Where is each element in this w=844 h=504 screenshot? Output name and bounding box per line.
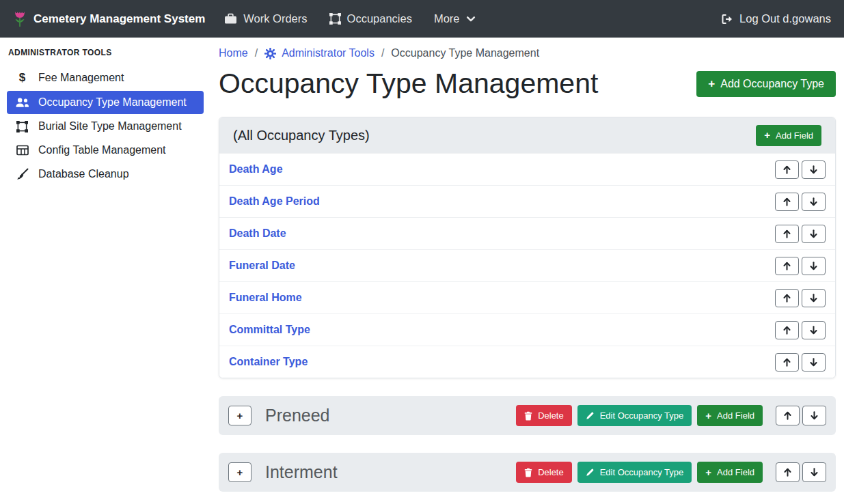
brand-home-link[interactable]: Cemetery Management System [13,11,205,27]
plus-icon: + [705,412,711,419]
toolbox-icon [224,13,237,25]
nav-item-work-orders[interactable]: Work Orders [224,12,307,25]
move-up-button[interactable] [775,257,799,275]
move-up-button[interactable] [775,193,799,211]
add-occupancy-type-button[interactable]: + Add Occupancy Type [696,71,836,97]
nav-item-label: Work Orders [243,12,307,25]
pencil-icon [586,411,595,420]
reorder-controls [775,289,826,307]
add-field-button[interactable]: + Add Field [697,462,763,483]
move-down-button[interactable] [802,353,826,372]
reorder-controls [775,257,826,275]
dollar-icon: $ [15,71,29,85]
arrow-up-icon [783,326,791,335]
delete-button[interactable]: Delete [516,462,572,483]
page-title-row: Occupancy Type Management + Add Occupanc… [219,68,836,100]
arrow-up-icon [783,294,791,303]
broom-icon [15,168,29,180]
field-link-death-date[interactable]: Death Date [229,227,286,240]
arrow-down-icon [810,229,817,238]
vector-square-icon [15,121,29,132]
breadcrumb-separator: / [255,47,258,59]
move-down-button[interactable] [802,462,826,482]
move-up-button[interactable] [775,225,799,243]
move-down-button[interactable] [802,193,826,211]
add-field-button[interactable]: + Add Field [697,405,763,426]
plus-icon: + [705,469,711,476]
field-link-death-age[interactable]: Death Age [229,163,283,176]
all-occupancy-types-card: (All Occupancy Types) + Add Field Death … [219,117,836,378]
sign-out-icon [721,14,733,25]
app-window: Cemetery Management System Work Orders O… [0,0,844,504]
edit-occupancy-type-button[interactable]: Edit Occupancy Type [577,405,692,426]
plus-icon: + [237,469,243,476]
sidebar-item-database-cleanup[interactable]: Database Cleanup [7,163,204,186]
gear-icon [264,48,276,59]
edit-occupancy-type-button[interactable]: Edit Occupancy Type [577,462,692,483]
move-down-button[interactable] [802,257,826,275]
move-down-button[interactable] [802,321,826,339]
add-field-button[interactable]: + Add Field [756,125,821,146]
field-link-container-type[interactable]: Container Type [229,356,308,368]
move-down-button[interactable] [802,289,826,307]
navbar-links: Work Orders Occupancies More [224,12,475,25]
section-actions: Delete Edit Occupancy Type + Add Field [516,405,826,426]
move-down-button[interactable] [802,406,826,425]
arrow-up-icon [783,229,791,238]
section-actions: Delete Edit Occupancy Type + Add Field [516,462,826,483]
move-up-button[interactable] [776,462,800,482]
reorder-controls [775,353,826,372]
arrow-up-icon [784,411,791,420]
logout-label: Log Out d.gowans [739,12,831,25]
arrow-down-icon [810,326,817,335]
arrow-up-icon [784,468,791,477]
plus-icon: + [237,412,243,419]
users-icon [15,97,29,108]
sidebar-item-burial-site-type-management[interactable]: Burial Site Type Management [7,115,204,138]
field-link-funeral-home[interactable]: Funeral Home [229,292,302,304]
breadcrumb-home-link[interactable]: Home [219,47,248,59]
move-up-button[interactable] [776,406,800,425]
sidebar-item-label: Occupancy Type Management [38,96,187,109]
sidebar-item-config-table-management[interactable]: Config Table Management [7,139,204,162]
move-up-button[interactable] [775,321,799,339]
move-down-button[interactable] [802,160,826,179]
page-title: Occupancy Type Management [219,68,598,100]
top-navbar: Cemetery Management System Work Orders O… [0,0,844,38]
move-up-button[interactable] [775,289,799,307]
move-up-button[interactable] [775,160,799,179]
breadcrumb-separator: / [381,47,384,59]
sidebar-item-fee-management[interactable]: $ Fee Management [7,66,204,90]
field-row: Death Age Period [219,185,835,217]
reorder-controls [776,462,826,482]
move-up-button[interactable] [775,353,799,372]
reorder-controls [775,321,826,339]
field-row: Committal Type [219,313,835,346]
breadcrumb-admin-tools-link[interactable]: Administrator Tools [264,47,375,59]
main-content: Home / Administrator Tools / Occupancy T… [210,38,844,504]
field-link-death-age-period[interactable]: Death Age Period [229,195,320,208]
field-link-funeral-date[interactable]: Funeral Date [229,260,295,272]
nav-item-more[interactable]: More [434,12,476,25]
nav-item-occupancies[interactable]: Occupancies [329,12,412,25]
field-row: Funeral Date [219,249,835,281]
arrow-down-icon [810,358,817,367]
admin-tools-sidebar: Administrator Tools $ Fee Management Occ… [0,38,210,504]
delete-button[interactable]: Delete [516,405,572,426]
occupancy-type-section-interment: + Interment Delete Edit Occupancy Type +… [219,453,836,492]
sidebar-item-label: Fee Management [38,72,124,84]
field-link-committal-type[interactable]: Committal Type [229,324,310,336]
arrow-down-icon [810,165,817,174]
plus-icon: + [764,132,770,139]
breadcrumb-current: Occupancy Type Management [391,47,539,59]
expand-section-button[interactable]: + [228,406,251,425]
chevron-down-icon [466,14,476,24]
sidebar-item-occupancy-type-management[interactable]: Occupancy Type Management [7,91,204,114]
arrow-up-icon [783,197,791,206]
logout-link[interactable]: Log Out d.gowans [721,12,831,25]
plus-icon: + [708,81,715,87]
sidebar-item-label: Burial Site Type Management [38,120,182,132]
move-down-button[interactable] [802,225,826,243]
expand-section-button[interactable]: + [228,462,251,482]
breadcrumb: Home / Administrator Tools / Occupancy T… [219,47,836,59]
